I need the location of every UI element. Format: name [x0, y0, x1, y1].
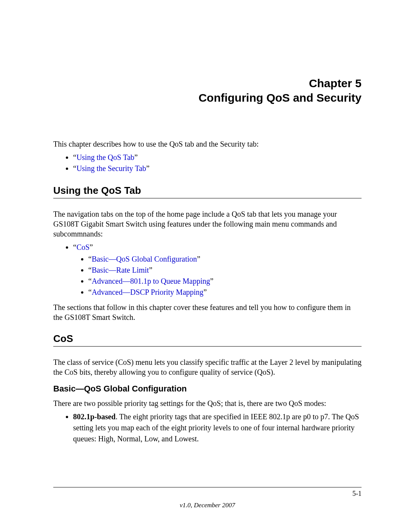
intro-paragraph: This chapter describes how to use the Qo…: [53, 139, 362, 149]
chapter-name: Configuring QoS and Security: [53, 91, 362, 105]
subsection-heading-basic-qos: Basic—QoS Global Configuration: [53, 384, 362, 394]
list-item: “CoS” “Basic—QoS Global Configuration” “…: [73, 242, 362, 298]
section1-paragraph: The navigation tabs on the top of the ho…: [53, 209, 362, 239]
page-footer: 5-1 v1.0, December 2007: [53, 487, 362, 509]
section-rule: [53, 346, 362, 347]
link-advanced-dscp[interactable]: Advanced—DSCP Priority Mapping: [92, 288, 204, 296]
list-item: “Basic—QoS Global Configuration”: [88, 254, 362, 265]
section-heading-cos: CoS: [53, 333, 362, 345]
link-using-qos-tab[interactable]: Using the QoS Tab: [76, 153, 134, 161]
section3-bullets: 802.1p-based. The eight priority tags th…: [53, 411, 362, 444]
list-item: “Advanced—DSCP Priority Mapping”: [88, 287, 362, 298]
list-item: “Basic—Rate Limit”: [88, 265, 362, 276]
chapter-number: Chapter 5: [53, 76, 362, 91]
bullet-bold-term: 802.1p-based: [73, 412, 116, 421]
intro-link-list: “Using the QoS Tab” “Using the Security …: [53, 152, 362, 174]
footer-rule: [53, 487, 362, 487]
page-number: 5-1: [53, 490, 362, 498]
bullet-rest-text: . The eight priority tags that are speci…: [73, 412, 359, 443]
document-page: Chapter 5 Configuring QoS and Security T…: [0, 0, 411, 532]
version-text: v1.0, December 2007: [53, 502, 362, 509]
link-basic-rate-limit[interactable]: Basic—Rate Limit: [92, 266, 149, 274]
nested-list: “Basic—QoS Global Configuration” “Basic—…: [73, 254, 362, 298]
list-item: “Advanced—801.1p to Queue Mapping”: [88, 276, 362, 287]
list-item: “Using the Security Tab”: [73, 163, 362, 174]
link-advanced-8021p[interactable]: Advanced—801.1p to Queue Mapping: [92, 277, 210, 285]
section3-paragraph: There are two possible priority tag sett…: [53, 398, 362, 408]
link-using-security-tab[interactable]: Using the Security Tab: [76, 164, 146, 173]
list-item: “Using the QoS Tab”: [73, 152, 362, 163]
section2-paragraph: The class of service (CoS) menu lets you…: [53, 357, 362, 377]
chapter-title: Chapter 5 Configuring QoS and Security: [53, 76, 362, 105]
link-basic-qos-global[interactable]: Basic—QoS Global Configuration: [92, 255, 197, 263]
link-cos[interactable]: CoS: [76, 243, 89, 251]
section-rule: [53, 198, 362, 198]
list-item: 802.1p-based. The eight priority tags th…: [73, 411, 362, 444]
section1-bullets: “CoS” “Basic—QoS Global Configuration” “…: [53, 242, 362, 298]
section-heading-qos-tab: Using the QoS Tab: [53, 185, 362, 197]
section1-closing: The sections that follow in this chapter…: [53, 302, 362, 322]
